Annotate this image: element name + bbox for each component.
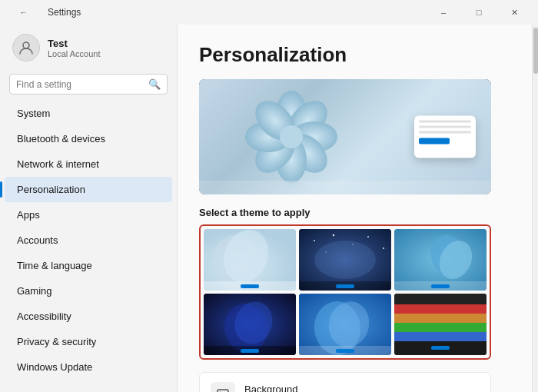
user-name: Test: [48, 38, 101, 49]
theme-2-art: [299, 229, 391, 291]
settings-items-list: Background Background image, color, slid…: [199, 372, 510, 392]
settings-item-text-background: Background Background image, color, slid…: [244, 384, 476, 392]
sidebar-item-gaming[interactable]: Gaming: [5, 278, 172, 304]
svg-point-17: [333, 234, 334, 236]
nav-list: SystemBluetooth & devicesNetwork & inter…: [0, 101, 177, 380]
titlebar-title: Settings: [48, 7, 81, 18]
titlebar-controls: – □ ✕: [426, 0, 532, 25]
dialog-line-2: [419, 126, 471, 128]
theme-item-4[interactable]: [204, 294, 296, 355]
theme-item-1[interactable]: [204, 229, 296, 291]
preview-container: [199, 79, 491, 194]
svg-rect-42: [394, 304, 487, 314]
svg-rect-39: [336, 349, 354, 353]
back-icon: ←: [20, 8, 28, 17]
user-section[interactable]: Test Local Account: [0, 25, 177, 71]
dialog-button: [419, 138, 450, 145]
preview-dialog: [414, 116, 476, 158]
settings-item-title-background: Background: [244, 384, 476, 392]
user-subtitle: Local Account: [48, 49, 101, 58]
search-input[interactable]: [16, 79, 144, 90]
dialog-line-3: [419, 131, 471, 134]
theme-1-art: [204, 229, 296, 291]
sidebar-item-personalization[interactable]: Personalization: [5, 177, 172, 202]
svg-point-22: [314, 241, 376, 279]
titlebar-left: ← Settings: [6, 0, 81, 25]
svg-rect-41: [394, 294, 487, 304]
theme-item-3[interactable]: [394, 229, 487, 291]
content-wrapper: Personalization: [177, 25, 538, 392]
titlebar: ← Settings – □ ✕: [0, 0, 538, 25]
svg-point-19: [367, 236, 369, 238]
minimize-button[interactable]: –: [426, 0, 461, 25]
themes-grid: [204, 229, 487, 355]
svg-rect-34: [241, 349, 259, 353]
svg-point-16: [314, 240, 315, 241]
scrollbar-track[interactable]: [532, 25, 538, 392]
dialog-line-1: [419, 121, 471, 123]
theme-item-5[interactable]: [299, 294, 391, 355]
svg-point-9: [280, 125, 303, 148]
sidebar-item-accounts[interactable]: Accounts: [5, 228, 172, 253]
avatar-icon: [18, 40, 34, 55]
theme-4-art: [204, 294, 296, 355]
maximize-button[interactable]: □: [461, 0, 496, 25]
svg-rect-29: [431, 284, 450, 288]
svg-rect-43: [394, 314, 487, 323]
svg-rect-45: [394, 332, 487, 341]
sidebar-item-apps[interactable]: Apps: [5, 202, 172, 228]
sidebar-item-privacy[interactable]: Privacy & security: [5, 329, 172, 354]
sidebar-item-bluetooth[interactable]: Bluetooth & devices: [5, 126, 172, 151]
search-icon: 🔍: [148, 78, 161, 90]
preview-taskbar: [199, 181, 491, 194]
svg-rect-14: [241, 284, 259, 288]
preview-wallpaper: [199, 79, 491, 194]
page-title: Personalization: [199, 43, 510, 67]
search-box[interactable]: 🔍: [9, 74, 168, 95]
close-button[interactable]: ✕: [496, 0, 532, 25]
svg-rect-24: [336, 284, 354, 288]
theme-item-2[interactable]: [299, 229, 391, 291]
theme-3-art: [394, 229, 487, 291]
settings-item-background[interactable]: Background Background image, color, slid…: [199, 372, 491, 392]
content-area: Personalization: [177, 25, 532, 392]
sidebar-item-update[interactable]: Windows Update: [5, 354, 172, 380]
themes-label: Select a theme to apply: [199, 207, 510, 218]
sidebar: Test Local Account 🔍 SystemBluetooth & d…: [0, 25, 177, 392]
svg-point-0: [23, 42, 29, 48]
settings-item-icon-background: [211, 382, 235, 392]
theme-5-art: [299, 294, 391, 355]
wallpaper-decoration: [245, 91, 337, 183]
chevron-icon-background: ›: [476, 388, 480, 392]
sidebar-item-system[interactable]: System: [5, 101, 172, 126]
back-button[interactable]: ←: [6, 0, 42, 25]
svg-rect-47: [431, 346, 450, 350]
svg-rect-44: [394, 323, 487, 332]
sidebar-item-accessibility[interactable]: Accessibility: [5, 304, 172, 329]
theme-item-6[interactable]: [394, 294, 487, 355]
themes-grid-wrapper: [199, 224, 491, 360]
user-info: Test Local Account: [48, 38, 101, 58]
app-body: Test Local Account 🔍 SystemBluetooth & d…: [0, 25, 538, 392]
svg-point-20: [383, 247, 384, 249]
sidebar-item-time[interactable]: Time & language: [5, 253, 172, 278]
scrollbar-thumb[interactable]: [533, 28, 538, 74]
sidebar-item-network[interactable]: Network & internet: [5, 151, 172, 177]
theme-6-art: [394, 294, 487, 355]
avatar: [12, 34, 40, 61]
